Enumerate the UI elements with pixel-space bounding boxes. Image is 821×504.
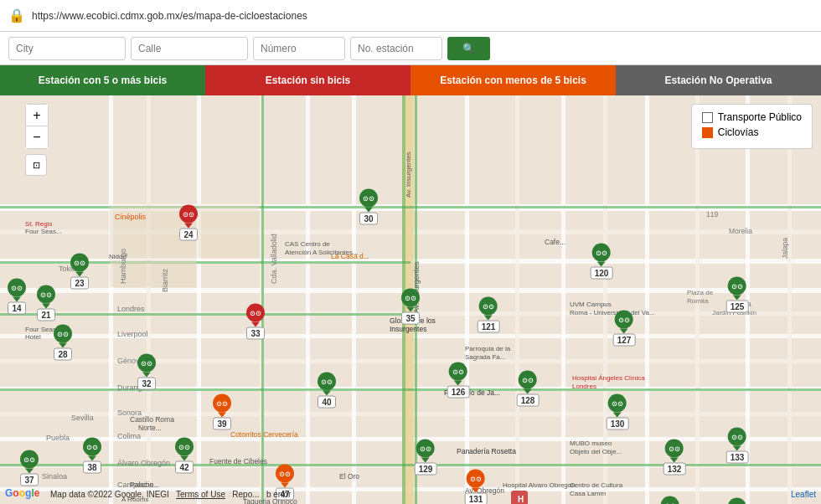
svg-text:Norte...: Norte... <box>138 424 162 432</box>
marker-label-39: 39 <box>213 418 230 430</box>
legend-green: Estación con 5 o más bicis <box>0 65 205 95</box>
number-input[interactable] <box>253 37 345 60</box>
marker-40[interactable]: ⊙⊙40 <box>318 373 336 409</box>
svg-rect-23 <box>515 95 519 504</box>
transporte-checkbox[interactable] <box>702 112 713 123</box>
ciclovias-checkbox[interactable] <box>702 127 713 138</box>
svg-text:Casa Lamm: Casa Lamm <box>570 490 606 497</box>
marker-35[interactable]: ⊙⊙35 <box>401 289 420 325</box>
marker-circle-126: ⊙⊙ <box>449 363 467 381</box>
marker-120[interactable]: ⊙⊙120 <box>591 244 613 280</box>
zoom-out-button[interactable]: − <box>26 126 48 148</box>
svg-rect-15 <box>147 95 151 504</box>
legend-bar: Estación con 5 o más bicis Estación sin … <box>0 65 821 95</box>
marker-121[interactable]: ⊙⊙121 <box>478 297 500 333</box>
marker-23[interactable]: ⊙⊙23 <box>70 254 89 290</box>
svg-text:Centro de Cultura: Centro de Cultura <box>570 481 623 489</box>
svg-text:Sinaloa: Sinaloa <box>42 472 67 481</box>
map-copyright: Map data ©2022 Google, INEGI <box>50 490 169 499</box>
marker-label-131: 131 <box>465 493 488 505</box>
marker-125[interactable]: ⊙⊙125 <box>726 277 749 313</box>
svg-rect-35 <box>261 95 264 504</box>
svg-text:Cafe...: Cafe... <box>545 238 565 246</box>
svg-text:Niddo: Niddo <box>109 253 127 260</box>
search-button[interactable]: 🔍 <box>447 37 490 60</box>
marker-label-23: 23 <box>70 277 88 290</box>
svg-rect-16 <box>197 95 201 504</box>
marker-circle-28: ⊙⊙ <box>54 325 72 343</box>
zoom-in-button[interactable]: + <box>26 105 48 126</box>
zoom-controls: + − <box>25 104 49 149</box>
marker-circle-135: ⊙⊙ <box>728 498 746 505</box>
marker-21[interactable]: ⊙⊙21 <box>37 285 55 321</box>
marker-label-40: 40 <box>318 396 335 409</box>
svg-text:Cinépolis: Cinépolis <box>115 213 147 221</box>
marker-label-127: 127 <box>613 334 636 347</box>
marker-42[interactable]: ⊙⊙42 <box>175 438 194 474</box>
marker-130[interactable]: ⊙⊙130 <box>607 394 629 430</box>
svg-text:Hospital Ángeles Clínica: Hospital Ángeles Clínica <box>572 374 645 382</box>
marker-label-33: 33 <box>246 327 264 340</box>
marker-label-132: 132 <box>664 463 686 476</box>
marker-24[interactable]: ⊙⊙24 <box>179 205 198 241</box>
marker-32[interactable]: ⊙⊙32 <box>137 354 156 390</box>
svg-text:Londres: Londres <box>117 305 145 313</box>
marker-126[interactable]: ⊙⊙126 <box>447 363 470 399</box>
url-text: https://www.ecobici.cdmx.gob.mx/es/mapa-… <box>32 10 307 22</box>
city-input[interactable] <box>8 37 126 60</box>
marker-label-24: 24 <box>179 229 197 241</box>
marker-circle-23: ⊙⊙ <box>70 254 89 272</box>
marker-128[interactable]: ⊙⊙128 <box>517 371 540 407</box>
street-input[interactable] <box>131 37 248 60</box>
fullscreen-button[interactable]: ⊡ <box>25 154 47 176</box>
marker-33[interactable]: ⊙⊙33 <box>246 304 265 340</box>
marker-label-30: 30 <box>359 213 377 225</box>
svg-text:UVM Campus: UVM Campus <box>570 301 612 308</box>
ciclovias-row[interactable]: Ciclovías <box>702 126 802 138</box>
map-error: b error <box>266 490 291 499</box>
marker-131[interactable]: ⊙⊙131 <box>465 470 488 505</box>
marker-circle-32: ⊙⊙ <box>137 354 156 373</box>
marker-129[interactable]: ⊙⊙129 <box>415 440 437 476</box>
svg-text:Liverpool: Liverpool <box>117 330 148 338</box>
marker-circle-39: ⊙⊙ <box>213 394 231 413</box>
svg-text:CAS Centro de: CAS Centro de <box>285 240 330 248</box>
marker-circle-127: ⊙⊙ <box>615 311 633 329</box>
svg-text:Puebla: Puebla <box>46 434 70 442</box>
marker-133[interactable]: ⊙⊙133 <box>726 428 749 464</box>
marker-label-14: 14 <box>8 302 25 315</box>
map-container[interactable]: Hamburgo Biarritz Tokio Cda. Valladolid … <box>0 95 821 504</box>
marker-137[interactable]: ⊙⊙137 <box>659 496 682 505</box>
marker-circle-40: ⊙⊙ <box>318 373 336 391</box>
marker-39[interactable]: ⊙⊙39 <box>213 394 231 430</box>
leaflet-link[interactable]: Leaflet <box>791 490 816 499</box>
map-footer: Map data ©2022 Google, INEGI Terms of Us… <box>50 490 291 499</box>
svg-rect-24 <box>561 95 565 504</box>
marker-14[interactable]: ⊙⊙14 <box>8 279 26 315</box>
transporte-row[interactable]: Transporte Público <box>702 111 802 123</box>
marker-135[interactable]: ⊙⊙135 <box>726 498 749 505</box>
svg-rect-18 <box>306 95 310 504</box>
marker-127[interactable]: ⊙⊙127 <box>613 311 636 347</box>
marker-circle-33: ⊙⊙ <box>246 304 265 322</box>
svg-text:Four Seas...: Four Seas... <box>25 228 62 235</box>
station-input[interactable] <box>350 37 442 60</box>
map-terms[interactable]: Terms of Use <box>176 490 225 499</box>
legend-gray: Estación No Operativa <box>616 65 821 95</box>
marker-circle-42: ⊙⊙ <box>175 438 194 456</box>
marker-circle-125: ⊙⊙ <box>728 277 746 296</box>
marker-circle-121: ⊙⊙ <box>479 297 498 316</box>
marker-28[interactable]: ⊙⊙28 <box>54 325 72 361</box>
marker-38[interactable]: ⊙⊙38 <box>83 438 101 474</box>
leaflet-anchor[interactable]: Leaflet <box>791 490 816 499</box>
transporte-label: Transporte Público <box>718 111 802 123</box>
marker-30[interactable]: ⊙⊙30 <box>359 189 378 225</box>
marker-circle-129: ⊙⊙ <box>416 440 435 458</box>
svg-text:Objeto del Obje...: Objeto del Obje... <box>570 448 622 455</box>
marker-132[interactable]: ⊙⊙132 <box>664 440 686 476</box>
lock-icon: 🔒 <box>8 8 25 23</box>
svg-rect-19 <box>352 95 356 504</box>
marker-37[interactable]: ⊙⊙37 <box>20 450 39 486</box>
google-logo: Google <box>5 487 39 499</box>
svg-text:Álvaro Obregón: Álvaro Obregón <box>117 459 170 467</box>
